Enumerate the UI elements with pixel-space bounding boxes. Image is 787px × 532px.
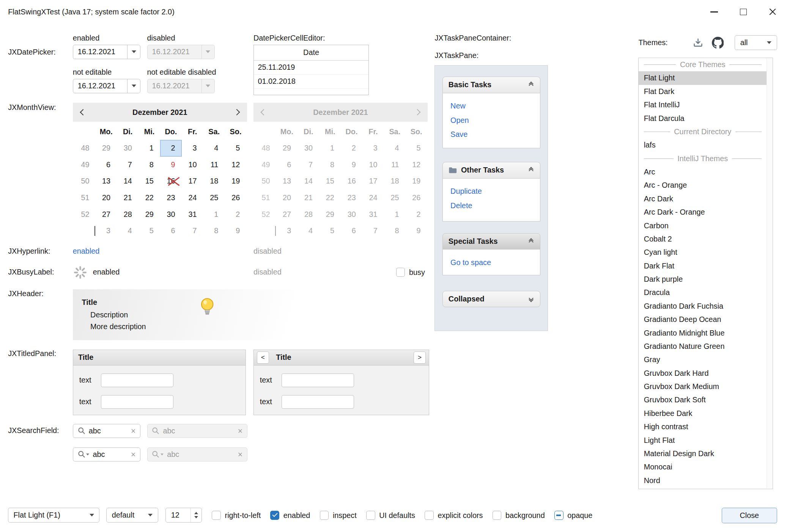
table-column-header[interactable]: Date xyxy=(254,45,368,61)
theme-item-arc-dark-orange[interactable]: Arc Dark - Orange xyxy=(639,206,767,219)
next-button[interactable]: > xyxy=(414,352,426,364)
text-input[interactable] xyxy=(282,373,354,387)
taskpane-header-basic-tasks[interactable]: Basic Tasks xyxy=(442,77,540,93)
datepicker-dropdown-button[interactable] xyxy=(127,79,140,93)
checkbox-background[interactable]: background xyxy=(493,511,545,520)
theme-item-cobalt-2[interactable]: Cobalt 2 xyxy=(639,232,767,246)
theme-item-dark-purple[interactable]: Dark purple xyxy=(639,273,767,286)
calendar-day[interactable]: 9 xyxy=(160,157,182,173)
calendar-day[interactable]: 21 xyxy=(117,190,139,206)
theme-item-nord[interactable]: Nord xyxy=(639,474,767,487)
font-combo[interactable]: default xyxy=(106,508,158,523)
chevron-right-icon[interactable] xyxy=(233,109,240,116)
calendar-day[interactable]: 8 xyxy=(203,223,225,239)
theme-item-hiberbee-dark[interactable]: Hiberbee Dark xyxy=(639,407,767,420)
calendar-day[interactable]: 6 xyxy=(95,157,117,173)
checkbox-right-to-left[interactable]: right-to-left xyxy=(212,511,261,520)
calendar-day[interactable]: 27 xyxy=(95,206,117,223)
calendar-day[interactable]: 7 xyxy=(182,223,203,239)
table-row[interactable]: 25.11.2019 xyxy=(254,61,368,75)
taskpane-action-delete[interactable]: Delete xyxy=(450,201,532,210)
checkbox-explicit-colors[interactable]: explicit colors xyxy=(425,511,483,520)
calendar-day[interactable]: 19 xyxy=(225,173,247,190)
theme-item-arc[interactable]: Arc xyxy=(639,165,767,179)
theme-item-monocai[interactable]: Monocai xyxy=(639,460,767,474)
calendar-day[interactable]: 2 xyxy=(160,140,182,157)
taskpane-action-duplicate[interactable]: Duplicate xyxy=(450,187,532,196)
theme-item-flat-dark[interactable]: Flat Dark xyxy=(639,85,767,98)
theme-item-gruvbox-dark-soft[interactable]: Gruvbox Dark Soft xyxy=(639,393,767,406)
taskpane-action-save[interactable]: Save xyxy=(450,130,532,139)
search-with-menu-icon[interactable] xyxy=(78,450,89,458)
github-icon[interactable] xyxy=(712,37,724,51)
clear-icon[interactable]: × xyxy=(131,427,135,435)
search-field-enabled[interactable]: abc × xyxy=(73,424,141,438)
calendar-day[interactable]: 2 xyxy=(225,206,247,223)
calendar-day[interactable]: 16 xyxy=(160,173,182,190)
calendar-day[interactable]: 26 xyxy=(225,190,247,206)
calendar-day[interactable]: 23 xyxy=(160,190,182,206)
calendar-day[interactable]: 30 xyxy=(117,140,139,157)
taskpane-header-collapsed[interactable]: Collapsed xyxy=(442,291,540,308)
checkbox-opaque[interactable]: opaque xyxy=(554,511,593,520)
theme-item-flat-darcula[interactable]: Flat Darcula xyxy=(639,112,767,125)
theme-item-arc-orange[interactable]: Arc - Orange xyxy=(639,179,767,192)
calendar-day[interactable]: 8 xyxy=(139,157,160,173)
calendar-day[interactable]: 15 xyxy=(139,173,160,190)
calendar-day[interactable]: 31 xyxy=(182,206,203,223)
datepicker-cell-editor-table[interactable]: Date 25.11.201901.02.2018 xyxy=(253,45,369,96)
window-close-button[interactable] xyxy=(758,0,787,24)
text-input[interactable] xyxy=(282,395,354,409)
calendar-day[interactable]: 29 xyxy=(95,140,117,157)
taskpane-action-new[interactable]: New xyxy=(450,102,532,110)
table-row[interactable]: 01.02.2018 xyxy=(254,75,368,89)
calendar-day[interactable]: 3 xyxy=(95,223,117,239)
calendar-day[interactable]: 17 xyxy=(182,173,203,190)
theme-item-gradianto-dark-fuchsia[interactable]: Gradianto Dark Fuchsia xyxy=(639,300,767,313)
calendar-day[interactable]: 25 xyxy=(203,190,225,206)
spinner-buttons[interactable] xyxy=(190,508,201,523)
prev-button[interactable]: < xyxy=(257,352,269,364)
calendar-day[interactable]: 1 xyxy=(139,140,160,157)
calendar-day[interactable]: 10 xyxy=(182,157,203,173)
calendar-day[interactable]: 12 xyxy=(225,157,247,173)
calendar-day[interactable]: 9 xyxy=(225,223,247,239)
calendar-day[interactable]: 18 xyxy=(203,173,225,190)
checkbox-busy[interactable]: busy xyxy=(396,268,425,277)
datepicker-value[interactable]: 16.12.2021 xyxy=(73,47,127,56)
hyperlink-enabled[interactable]: enabled xyxy=(73,247,100,256)
scrollbar-track[interactable] xyxy=(767,58,772,488)
theme-item-flat-intellij[interactable]: Flat IntelliJ xyxy=(639,98,767,111)
calendar-day[interactable]: 28 xyxy=(117,206,139,223)
theme-item-high-contrast[interactable]: High contrast xyxy=(639,420,767,433)
theme-item-lafs[interactable]: lafs xyxy=(639,138,767,152)
calendar-day[interactable]: 29 xyxy=(139,206,160,223)
checkbox-inspect[interactable]: inspect xyxy=(320,511,357,520)
theme-combo[interactable]: Flat Light (F1) xyxy=(8,508,99,523)
calendar-day[interactable]: 30 xyxy=(160,206,182,223)
theme-list[interactable]: Core ThemesFlat LightFlat DarkFlat Intel… xyxy=(638,58,773,489)
taskpane-header-other-tasks[interactable]: Other Tasks xyxy=(442,162,540,179)
theme-item-arc-dark[interactable]: Arc Dark xyxy=(639,192,767,206)
datepicker-enabled[interactable]: 16.12.2021 xyxy=(73,45,141,59)
datepicker-dropdown-button[interactable] xyxy=(127,45,140,59)
theme-item-gray[interactable]: Gray xyxy=(639,353,767,366)
calendar-day[interactable]: 7 xyxy=(117,157,139,173)
search-value[interactable]: abc xyxy=(93,450,127,459)
checkbox-enabled[interactable]: enabled xyxy=(270,511,310,520)
theme-item-gradianto-nature-green[interactable]: Gradianto Nature Green xyxy=(639,340,767,353)
calendar-day[interactable]: 22 xyxy=(139,190,160,206)
text-input[interactable] xyxy=(101,373,174,387)
calendar-day[interactable]: 14 xyxy=(117,173,139,190)
calendar-day[interactable]: 24 xyxy=(182,190,203,206)
calendar-day[interactable]: 20 xyxy=(95,190,117,206)
theme-filter-combo[interactable]: all xyxy=(735,35,777,50)
theme-item-dark-flat[interactable]: Dark Flat xyxy=(639,259,767,273)
calendar-day[interactable]: 4 xyxy=(203,140,225,157)
theme-item-gradianto-deep-ocean[interactable]: Gradianto Deep Ocean xyxy=(639,313,767,326)
theme-item-flat-light[interactable]: Flat Light xyxy=(639,71,767,85)
calendar-day[interactable]: 4 xyxy=(117,223,139,239)
taskpane-header-special-tasks[interactable]: Special Tasks xyxy=(442,233,540,250)
taskpane-action-open[interactable]: Open xyxy=(450,116,532,125)
minimize-button[interactable] xyxy=(700,0,729,24)
